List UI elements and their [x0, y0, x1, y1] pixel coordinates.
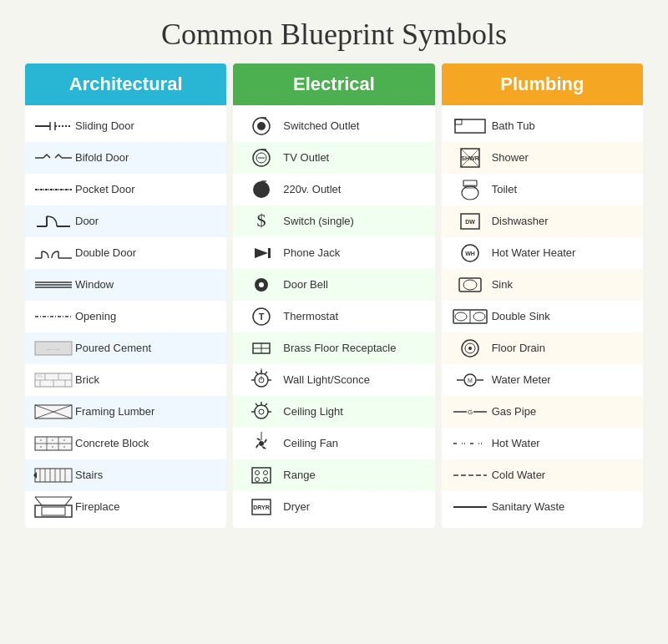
- svg-rect-42: [35, 469, 72, 482]
- ceiling-fan-icon: [240, 432, 283, 455]
- svg-line-76: [256, 372, 258, 374]
- brick-label: Brick: [75, 373, 99, 388]
- 220v-outlet-icon: [240, 178, 283, 201]
- svg-text:SHWR: SHWR: [461, 155, 478, 161]
- svg-point-111: [463, 280, 477, 290]
- list-item: Concrete Block: [25, 428, 226, 459]
- switch-single-label: Switch (single): [283, 215, 354, 229]
- list-item: T Thermostat: [233, 301, 434, 332]
- double-door-icon: [32, 243, 75, 263]
- page-title: Common Blueprint Symbols: [25, 17, 643, 52]
- svg-point-88: [259, 441, 264, 446]
- sink-label: Sink: [492, 278, 513, 292]
- floor-drain-icon: [448, 337, 492, 360]
- svg-point-55: [257, 122, 266, 130]
- svg-point-61: [253, 181, 270, 198]
- list-item: Fireplace: [25, 491, 226, 523]
- framing-lumber-icon: [32, 402, 75, 422]
- bath-tub-label: Bath Tub: [492, 119, 535, 134]
- double-sink-label: Double Sink: [492, 310, 550, 324]
- sanitary-waste-icon: [448, 501, 492, 513]
- svg-line-52: [65, 497, 72, 505]
- elec-body: Switched Outlet TV Outlet: [233, 105, 434, 528]
- ceiling-light-label: Ceiling Light: [283, 405, 343, 419]
- list-item: Stairs: [25, 459, 226, 491]
- list-item: Sliding Door: [25, 110, 226, 142]
- list-item: Range: [233, 459, 434, 491]
- columns-wrapper: Architectural Sliding Door: [25, 63, 643, 528]
- poured-cement-icon: ···· ····: [32, 338, 75, 358]
- tv-outlet-label: TV Outlet: [283, 151, 329, 165]
- ceiling-fan-label: Ceiling Fan: [283, 437, 338, 451]
- svg-point-38: [63, 439, 65, 441]
- svg-rect-50: [42, 507, 65, 515]
- list-item: DRYR Dryer: [233, 491, 434, 523]
- opening-label: Opening: [75, 310, 116, 324]
- list-item: Ceiling Fan: [233, 428, 434, 459]
- tv-outlet-icon: [240, 146, 283, 170]
- svg-point-87: [259, 409, 264, 414]
- thermostat-label: Thermostat: [283, 310, 338, 324]
- range-icon: [240, 464, 283, 487]
- toilet-label: Toilet: [492, 183, 517, 197]
- list-item: SHWR Shower: [442, 142, 643, 174]
- fireplace-label: Fireplace: [75, 500, 119, 515]
- svg-rect-98: [455, 119, 462, 124]
- svg-point-115: [473, 312, 485, 321]
- arch-header: Architectural: [25, 63, 226, 105]
- fireplace-icon: [32, 495, 75, 519]
- svg-rect-97: [455, 119, 485, 133]
- concrete-block-label: Concrete Block: [75, 437, 149, 451]
- svg-point-81: [255, 405, 268, 418]
- svg-point-40: [52, 446, 53, 448]
- list-item: DW Dishwasher: [442, 205, 643, 237]
- phone-jack-label: Phone Jack: [283, 246, 340, 261]
- list-item: Phone Jack: [233, 237, 434, 269]
- svg-point-67: [259, 282, 264, 287]
- main-container: Common Blueprint Symbols Architectural S…: [8, 8, 660, 545]
- list-item: G Gas Pipe: [442, 396, 643, 428]
- list-item: WH Hot Water Heater: [442, 237, 643, 269]
- svg-point-91: [256, 471, 260, 475]
- dryer-icon: DRYR: [240, 495, 283, 519]
- sliding-door-icon: [32, 118, 75, 134]
- list-item: Ceiling Light: [233, 396, 434, 428]
- cold-water-label: Cold Water: [492, 469, 546, 483]
- brick-icon: [32, 370, 75, 390]
- dishwasher-icon: DW: [448, 210, 492, 233]
- brass-floor-receptacle-label: Brass Floor Receptacle: [283, 342, 396, 356]
- dishwasher-label: Dishwasher: [492, 215, 549, 229]
- sanitary-waste-label: Sanitary Waste: [492, 500, 565, 515]
- brass-floor-receptacle-icon: [240, 337, 283, 360]
- svg-point-37: [52, 439, 53, 441]
- list-item: 220v. Outlet: [233, 174, 434, 205]
- svg-line-75: [265, 372, 267, 374]
- elec-header: Electrical: [233, 63, 434, 105]
- list-item: Wall Light/Sconce: [233, 364, 434, 396]
- list-item: Bifold Door: [25, 142, 226, 174]
- bifold-door-label: Bifold Door: [75, 151, 129, 165]
- gas-pipe-label: Gas Pipe: [492, 405, 536, 419]
- double-sink-icon: [448, 307, 492, 326]
- plumb-header: Plumbing: [442, 63, 643, 105]
- list-item: Brick: [25, 364, 226, 396]
- list-item: ···· ···· Poured Cement: [25, 332, 226, 364]
- pocket-door-icon: [32, 181, 75, 198]
- concrete-block-icon: [32, 434, 75, 454]
- list-item: Sink: [442, 269, 643, 301]
- dryer-label: Dryer: [283, 500, 310, 515]
- pocket-door-label: Pocket Door: [75, 183, 135, 197]
- svg-point-114: [455, 312, 467, 321]
- svg-point-94: [264, 478, 268, 482]
- svg-point-118: [468, 347, 472, 350]
- svg-text:···· ····: ···· ····: [46, 347, 61, 352]
- shower-label: Shower: [492, 151, 529, 165]
- list-item: Bath Tub: [442, 110, 643, 142]
- svg-point-93: [256, 478, 260, 482]
- list-item: Opening: [25, 301, 226, 332]
- list-item: M Water Meter: [442, 364, 643, 396]
- opening-icon: [32, 310, 75, 323]
- list-item: Cold Water: [442, 459, 643, 491]
- floor-drain-label: Floor Drain: [492, 342, 545, 356]
- window-label: Window: [75, 278, 114, 292]
